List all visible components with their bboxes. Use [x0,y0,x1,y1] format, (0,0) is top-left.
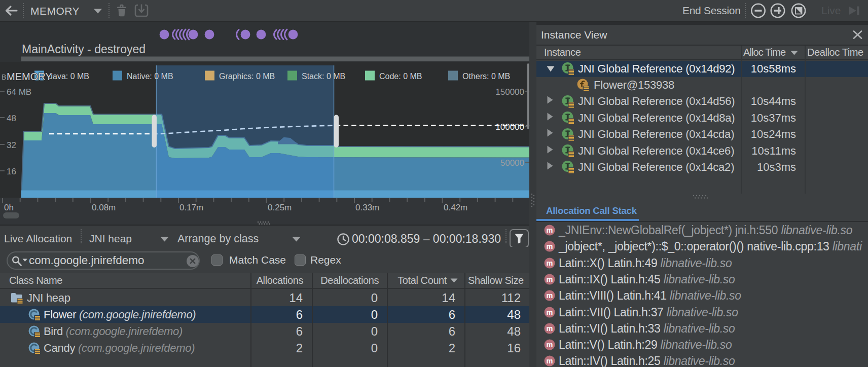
svg-text:100000: 100000 [495,122,524,132]
svg-text:B: B [2,73,6,81]
svg-text:150000: 150000 [495,87,524,97]
svg-text:48: 48 [7,114,16,123]
svg-text:0.08m: 0.08m [92,203,116,212]
svg-text:0.33m: 0.33m [355,203,379,212]
svg-text:Live: Live [821,5,841,16]
svg-text:Others: 0 MB: Others: 0 MB [462,72,510,81]
svg-text:64 MB: 64 MB [7,87,31,97]
svg-text:32: 32 [7,140,16,150]
svg-text:0h: 0h [4,203,14,212]
svg-text:50000: 50000 [500,158,524,168]
svg-text:MEMORY: MEMORY [7,71,52,82]
svg-text:Stack: 0 MB: Stack: 0 MB [302,72,345,81]
svg-text:Code: 0 MB: Code: 0 MB [379,72,422,81]
svg-text:Java: 0 MB: Java: 0 MB [49,72,89,81]
svg-text:MEMORY: MEMORY [30,5,80,17]
svg-text:Graphics: 0 MB: Graphics: 0 MB [219,72,275,81]
svg-text:0.25m: 0.25m [268,203,292,212]
svg-text:16: 16 [7,167,16,176]
svg-text:Native: 0 MB: Native: 0 MB [127,72,173,81]
svg-text:0.17m: 0.17m [179,203,203,212]
svg-text:0.42m: 0.42m [444,203,467,212]
svg-text:MainActivity - destroyed: MainActivity - destroyed [22,43,146,56]
